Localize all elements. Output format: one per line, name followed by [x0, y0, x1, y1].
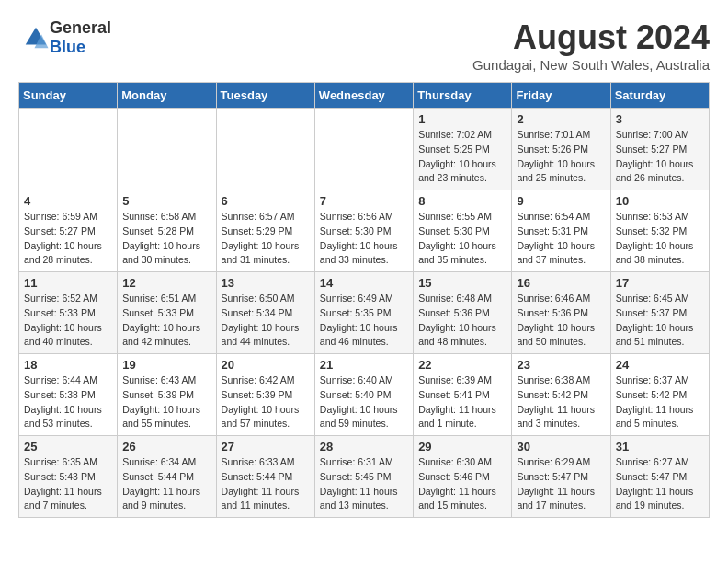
calendar-cell: 9Sunrise: 6:54 AMSunset: 5:31 PMDaylight… [512, 190, 610, 272]
day-number: 13 [222, 276, 310, 290]
cell-info: Sunrise: 6:55 AMSunset: 5:30 PMDaylight:… [418, 210, 506, 268]
calendar-body: 1Sunrise: 7:02 AMSunset: 5:25 PMDaylight… [19, 109, 710, 518]
calendar-cell: 5Sunrise: 6:58 AMSunset: 5:28 PMDaylight… [118, 190, 216, 272]
day-header-monday: Monday [118, 83, 216, 109]
day-number: 11 [24, 276, 112, 290]
day-number: 21 [320, 358, 408, 372]
calendar-cell: 14Sunrise: 6:49 AMSunset: 5:35 PMDayligh… [314, 272, 413, 354]
day-header-saturday: Saturday [610, 83, 709, 109]
day-number: 20 [222, 358, 310, 372]
location-subtitle: Gundagai, New South Wales, Australia [472, 57, 710, 73]
cell-info: Sunrise: 6:56 AMSunset: 5:30 PMDaylight:… [320, 210, 408, 268]
day-number: 3 [616, 112, 704, 126]
cell-info: Sunrise: 6:42 AMSunset: 5:39 PMDaylight:… [222, 373, 310, 431]
calendar-cell: 21Sunrise: 6:40 AMSunset: 5:40 PMDayligh… [314, 354, 413, 436]
week-row-5: 25Sunrise: 6:35 AMSunset: 5:43 PMDayligh… [19, 436, 710, 518]
cell-info: Sunrise: 6:53 AMSunset: 5:32 PMDaylight:… [616, 210, 704, 268]
day-number: 16 [517, 276, 605, 290]
logo-text-general: General [50, 18, 111, 37]
day-number: 4 [24, 194, 112, 208]
cell-info: Sunrise: 6:44 AMSunset: 5:38 PMDaylight:… [24, 373, 112, 431]
day-number: 12 [122, 276, 210, 290]
cell-info: Sunrise: 6:50 AMSunset: 5:34 PMDaylight:… [222, 292, 310, 350]
cell-info: Sunrise: 7:01 AMSunset: 5:26 PMDaylight:… [517, 128, 605, 186]
day-number: 15 [418, 276, 506, 290]
cell-info: Sunrise: 6:57 AMSunset: 5:29 PMDaylight:… [222, 210, 310, 268]
cell-info: Sunrise: 6:43 AMSunset: 5:39 PMDaylight:… [122, 373, 210, 431]
day-number: 30 [517, 440, 605, 454]
week-row-4: 18Sunrise: 6:44 AMSunset: 5:38 PMDayligh… [19, 354, 710, 436]
cell-info: Sunrise: 6:29 AMSunset: 5:47 PMDaylight:… [517, 455, 605, 513]
day-number: 2 [517, 112, 605, 126]
cell-info: Sunrise: 6:38 AMSunset: 5:42 PMDaylight:… [517, 373, 605, 431]
cell-info: Sunrise: 6:39 AMSunset: 5:41 PMDaylight:… [418, 373, 506, 431]
calendar-cell: 6Sunrise: 6:57 AMSunset: 5:29 PMDaylight… [216, 190, 314, 272]
cell-info: Sunrise: 7:02 AMSunset: 5:25 PMDaylight:… [418, 128, 506, 186]
calendar-cell [19, 109, 118, 190]
cell-info: Sunrise: 6:37 AMSunset: 5:42 PMDaylight:… [616, 373, 704, 431]
day-header-tuesday: Tuesday [216, 83, 314, 109]
calendar-cell: 4Sunrise: 6:59 AMSunset: 5:27 PMDaylight… [19, 190, 118, 272]
title-block: August 2024 Gundagai, New South Wales, A… [472, 18, 710, 73]
calendar-cell: 18Sunrise: 6:44 AMSunset: 5:38 PMDayligh… [19, 354, 118, 436]
cell-info: Sunrise: 7:00 AMSunset: 5:27 PMDaylight:… [616, 128, 704, 186]
calendar-cell: 29Sunrise: 6:30 AMSunset: 5:46 PMDayligh… [414, 436, 512, 518]
header-row: SundayMondayTuesdayWednesdayThursdayFrid… [19, 83, 710, 109]
day-number: 17 [616, 276, 704, 290]
day-number: 6 [222, 194, 310, 208]
day-header-friday: Friday [512, 83, 610, 109]
calendar-cell: 7Sunrise: 6:56 AMSunset: 5:30 PMDaylight… [314, 190, 413, 272]
calendar-cell: 2Sunrise: 7:01 AMSunset: 5:26 PMDaylight… [512, 109, 610, 190]
calendar-cell: 1Sunrise: 7:02 AMSunset: 5:25 PMDaylight… [414, 109, 512, 190]
cell-info: Sunrise: 6:58 AMSunset: 5:28 PMDaylight:… [122, 210, 210, 268]
calendar-cell: 27Sunrise: 6:33 AMSunset: 5:44 PMDayligh… [216, 436, 314, 518]
day-number: 25 [24, 440, 112, 454]
cell-info: Sunrise: 6:27 AMSunset: 5:47 PMDaylight:… [616, 455, 704, 513]
calendar-cell [118, 109, 216, 190]
calendar-cell: 3Sunrise: 7:00 AMSunset: 5:27 PMDaylight… [610, 109, 709, 190]
day-number: 26 [122, 440, 210, 454]
cell-info: Sunrise: 6:33 AMSunset: 5:44 PMDaylight:… [222, 455, 310, 513]
day-header-sunday: Sunday [19, 83, 118, 109]
calendar-cell: 25Sunrise: 6:35 AMSunset: 5:43 PMDayligh… [19, 436, 118, 518]
day-number: 23 [517, 358, 605, 372]
calendar-cell: 22Sunrise: 6:39 AMSunset: 5:41 PMDayligh… [414, 354, 512, 436]
calendar-cell: 26Sunrise: 6:34 AMSunset: 5:44 PMDayligh… [118, 436, 216, 518]
day-number: 18 [24, 358, 112, 372]
calendar-cell: 16Sunrise: 6:46 AMSunset: 5:36 PMDayligh… [512, 272, 610, 354]
calendar-cell: 17Sunrise: 6:45 AMSunset: 5:37 PMDayligh… [610, 272, 709, 354]
month-year-title: August 2024 [472, 18, 710, 57]
calendar-cell: 19Sunrise: 6:43 AMSunset: 5:39 PMDayligh… [118, 354, 216, 436]
calendar-cell: 31Sunrise: 6:27 AMSunset: 5:47 PMDayligh… [610, 436, 709, 518]
calendar-cell [314, 109, 413, 190]
cell-info: Sunrise: 6:31 AMSunset: 5:45 PMDaylight:… [320, 455, 408, 513]
calendar-cell: 24Sunrise: 6:37 AMSunset: 5:42 PMDayligh… [610, 354, 709, 436]
calendar-cell: 11Sunrise: 6:52 AMSunset: 5:33 PMDayligh… [19, 272, 118, 354]
calendar-cell: 15Sunrise: 6:48 AMSunset: 5:36 PMDayligh… [414, 272, 512, 354]
day-number: 5 [122, 194, 210, 208]
page-header: General Blue August 2024 Gundagai, New S… [18, 18, 710, 73]
calendar-cell: 30Sunrise: 6:29 AMSunset: 5:47 PMDayligh… [512, 436, 610, 518]
calendar-cell: 28Sunrise: 6:31 AMSunset: 5:45 PMDayligh… [314, 436, 413, 518]
cell-info: Sunrise: 6:46 AMSunset: 5:36 PMDaylight:… [517, 292, 605, 350]
calendar-table: SundayMondayTuesdayWednesdayThursdayFrid… [18, 82, 710, 518]
cell-info: Sunrise: 6:45 AMSunset: 5:37 PMDaylight:… [616, 292, 704, 350]
week-row-3: 11Sunrise: 6:52 AMSunset: 5:33 PMDayligh… [19, 272, 710, 354]
cell-info: Sunrise: 6:30 AMSunset: 5:46 PMDaylight:… [418, 455, 506, 513]
week-row-1: 1Sunrise: 7:02 AMSunset: 5:25 PMDaylight… [19, 109, 710, 190]
calendar-cell: 20Sunrise: 6:42 AMSunset: 5:39 PMDayligh… [216, 354, 314, 436]
cell-info: Sunrise: 6:52 AMSunset: 5:33 PMDaylight:… [24, 292, 112, 350]
logo-icon [22, 24, 50, 52]
day-number: 8 [418, 194, 506, 208]
day-number: 22 [418, 358, 506, 372]
cell-info: Sunrise: 6:34 AMSunset: 5:44 PMDaylight:… [122, 455, 210, 513]
calendar-cell: 8Sunrise: 6:55 AMSunset: 5:30 PMDaylight… [414, 190, 512, 272]
day-number: 19 [122, 358, 210, 372]
logo-text-blue: Blue [50, 38, 85, 56]
calendar-cell: 12Sunrise: 6:51 AMSunset: 5:33 PMDayligh… [118, 272, 216, 354]
day-number: 29 [418, 440, 506, 454]
cell-info: Sunrise: 6:48 AMSunset: 5:36 PMDaylight:… [418, 292, 506, 350]
day-number: 31 [616, 440, 704, 454]
cell-info: Sunrise: 6:35 AMSunset: 5:43 PMDaylight:… [24, 455, 112, 513]
logo: General Blue [18, 18, 111, 57]
